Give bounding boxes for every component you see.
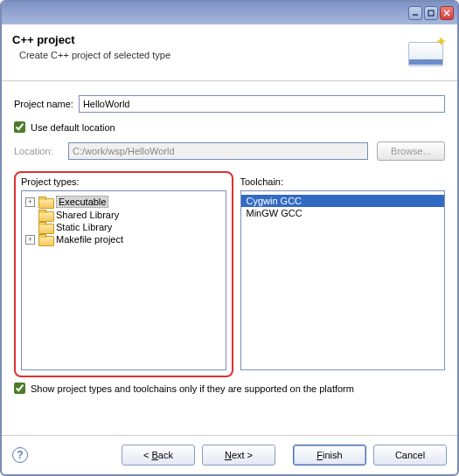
tree-item-executable[interactable]: + Executable [22,195,226,209]
tree-item-label: Makefile project [56,234,123,245]
tree-item-makefile-project[interactable]: + Makefile project [22,233,226,245]
project-types-panel: Project types: + Executable Shared Libra… [14,171,233,377]
show-supported-label: Show project types and toolchains only i… [31,383,354,394]
project-name-label: Project name: [14,99,73,109]
location-input [68,142,368,160]
footer: ? < Back Next > Finish Cancel [2,435,457,474]
folder-icon [38,222,52,232]
show-supported-row: Show project types and toolchains only i… [14,383,445,394]
page-subtitle: Create C++ project of selected type [12,50,170,60]
next-button[interactable]: Next > [202,445,275,466]
panels: Project types: + Executable Shared Libra… [14,171,445,377]
tree-item-label: Shared Library [56,210,119,220]
plus-icon[interactable]: + [25,197,35,207]
list-item-mingw-gcc[interactable]: MinGW GCC [241,207,445,219]
back-button[interactable]: < Back [122,445,195,466]
content-area: Project name: Use default location Locat… [2,81,457,435]
close-button[interactable] [440,6,454,20]
folder-icon [38,210,52,220]
use-default-location-row: Use default location [14,121,445,133]
tree-item-label: Executable [56,196,108,208]
project-types-label: Project types: [21,176,226,187]
browse-button: Browse... [377,141,445,161]
list-item-cygwin-gcc[interactable]: Cygwin GCC [241,195,445,207]
toolchain-panel: Toolchain: Cygwin GCC MinGW GCC [240,171,446,377]
tree-connector [25,223,35,232]
svg-rect-1 [428,10,434,16]
show-supported-checkbox[interactable] [14,383,25,394]
page-title: C++ project [12,33,170,46]
minimize-button[interactable] [408,6,422,20]
titlebar [2,2,457,24]
project-name-input[interactable] [79,95,445,113]
cancel-button[interactable]: Cancel [373,445,447,466]
location-label: Location: [14,146,63,156]
folder-icon [38,197,52,207]
maximize-button[interactable] [424,6,438,20]
tree-item-static-library[interactable]: Static Library [22,221,226,233]
folder-icon [38,234,52,245]
tree-connector [25,210,35,220]
use-default-location-label: Use default location [31,122,115,133]
wizard-icon: ✦ [405,33,447,70]
project-types-tree[interactable]: + Executable Shared Library Static Libra… [21,190,226,370]
use-default-location-checkbox[interactable] [14,121,25,133]
toolchain-label: Toolchain: [240,176,446,187]
wizard-window: C++ project Create C++ project of select… [0,0,459,476]
tree-item-shared-library[interactable]: Shared Library [22,209,226,221]
banner: C++ project Create C++ project of select… [2,24,457,81]
location-row: Location: Browse... [14,141,445,161]
toolchain-list[interactable]: Cygwin GCC MinGW GCC [240,190,446,370]
finish-button[interactable]: Finish [293,445,366,466]
help-icon[interactable]: ? [12,447,28,463]
tree-item-label: Static Library [56,222,112,232]
project-name-row: Project name: [14,95,445,113]
plus-icon[interactable]: + [25,235,35,245]
